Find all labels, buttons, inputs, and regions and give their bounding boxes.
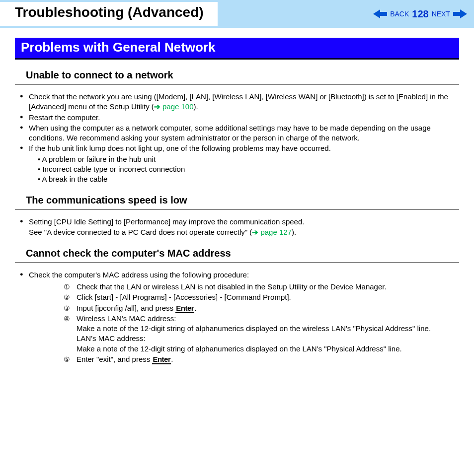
sub-item: • A problem or failure in the hub unit (38, 154, 459, 164)
enter-key: Enter (152, 355, 171, 364)
text: Make a note of the 12-digit string of al… (77, 344, 459, 354)
sub-item: • Incorrect cable type or incorrect conn… (38, 164, 459, 174)
text: Restart the computer. (29, 113, 100, 122)
subheading-unable-connect: Unable to connect to a network (15, 60, 459, 83)
text: Enter "exit", and press (77, 355, 152, 363)
list-item: When using the computer as a network com… (20, 123, 459, 143)
nav-controls: BACK 128 NEXT (373, 8, 467, 20)
bullet-list-3: Check the computer's MAC address using t… (15, 270, 459, 364)
subheading-mac-address: Cannot check the computer's MAC address (15, 238, 459, 261)
subheading-comm-speed: The communications speed is low (15, 185, 459, 208)
step-3: ③Input [ipconfig /all], and press Enter. (64, 303, 459, 313)
text: Wireless LAN's MAC address: (77, 314, 176, 323)
step-number-icon: ⑤ (64, 355, 70, 364)
page-link-100[interactable]: page 100 (160, 102, 194, 111)
page-number: 128 (412, 8, 428, 20)
link-arrow-icon: ➔ (154, 102, 160, 111)
content-area: Problems with General Network Unable to … (0, 28, 474, 364)
svg-marker-0 (373, 9, 387, 18)
text: Check that the network you are using ([M… (29, 92, 448, 111)
text: If the hub unit link lump does not light… (29, 144, 331, 152)
text: See "A device connected to a PC Card doe… (29, 228, 252, 236)
numbered-steps: ①Check that the LAN or wireless LAN is n… (29, 282, 459, 364)
step-number-icon: ① (64, 282, 70, 292)
sub-item: • A break in the cable (38, 174, 459, 184)
next-arrow-icon[interactable] (453, 9, 467, 18)
text: Make a note of the 12-digit string of al… (77, 324, 459, 334)
text: Check that the LAN or wireless LAN is no… (77, 282, 387, 291)
text: LAN's MAC address: (77, 334, 459, 343)
bullet-list-1: Check that the network you are using ([M… (15, 92, 459, 184)
text: ). (292, 228, 296, 236)
page-title: Troubleshooting (Advanced) (0, 2, 218, 26)
list-item: If the hub unit link lump does not light… (20, 143, 459, 184)
step-1: ①Check that the LAN or wireless LAN is n… (64, 282, 459, 292)
back-arrow-icon[interactable] (373, 9, 387, 18)
back-button[interactable]: BACK (390, 10, 409, 18)
step-number-icon: ④ (64, 314, 70, 324)
step-number-icon: ② (64, 293, 70, 302)
bullet-list-2: Setting [CPU Idle Setting] to [Performan… (15, 217, 459, 237)
text: Click [start] - [All Programs] - [Access… (77, 293, 291, 301)
page-link-127[interactable]: page 127 (258, 228, 292, 236)
text: . (194, 304, 196, 312)
page-header: Troubleshooting (Advanced) BACK 128 NEXT (0, 0, 474, 28)
step-number-icon: ③ (64, 304, 70, 313)
text: . (171, 355, 173, 363)
text: ). (194, 102, 198, 111)
divider (15, 84, 459, 85)
svg-marker-1 (453, 9, 467, 18)
divider (15, 209, 459, 210)
divider (15, 262, 459, 263)
list-item: Setting [CPU Idle Setting] to [Performan… (20, 217, 459, 237)
link-arrow-icon: ➔ (252, 228, 258, 236)
step-2: ②Click [start] - [All Programs] - [Acces… (64, 292, 459, 302)
text: Check the computer's MAC address using t… (29, 271, 249, 279)
step-5: ⑤Enter "exit", and press Enter. (64, 354, 459, 364)
sub-list: • A problem or failure in the hub unit •… (29, 154, 459, 185)
text: Input [ipconfig /all], and press (77, 304, 175, 312)
section-title: Problems with General Network (15, 38, 459, 60)
list-item: Restart the computer. (20, 113, 459, 123)
text: When using the computer as a network com… (29, 124, 431, 142)
next-button[interactable]: NEXT (432, 10, 450, 18)
text: Setting [CPU Idle Setting] to [Performan… (29, 217, 304, 226)
step-4: ④ Wireless LAN's MAC address: Make a not… (64, 314, 459, 354)
enter-key: Enter (175, 304, 194, 313)
list-item: Check that the network you are using ([M… (20, 92, 459, 112)
list-item: Check the computer's MAC address using t… (20, 270, 459, 364)
